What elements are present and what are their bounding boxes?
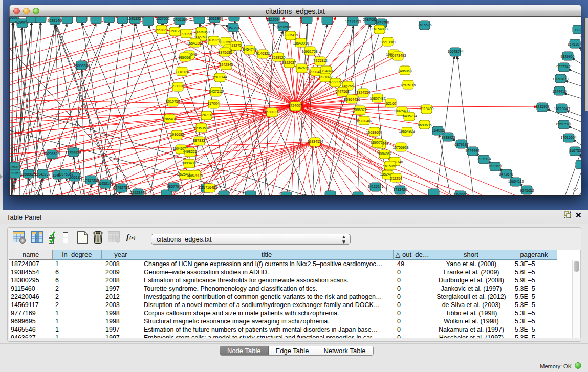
svg-text:1724007: 1724007 bbox=[288, 104, 302, 107]
svg-text:10688609: 10688609 bbox=[366, 130, 382, 134]
svg-text:62160: 62160 bbox=[386, 102, 396, 105]
svg-text:116753: 116753 bbox=[570, 149, 581, 152]
svg-text:(x): (x) bbox=[129, 235, 136, 241]
svg-text:93275: 93275 bbox=[231, 43, 242, 47]
svg-text:12942737: 12942737 bbox=[34, 172, 50, 176]
svg-text:12213369: 12213369 bbox=[170, 84, 186, 88]
svg-text:7515526: 7515526 bbox=[418, 23, 431, 27]
svg-text:1890724: 1890724 bbox=[371, 141, 384, 144]
svg-text:9146821: 9146821 bbox=[256, 52, 270, 55]
svg-text:3960124: 3960124 bbox=[167, 29, 181, 33]
svg-text:7955812: 7955812 bbox=[313, 59, 327, 62]
svg-text:17016504: 17016504 bbox=[560, 136, 576, 139]
svg-text:2903144: 2903144 bbox=[213, 75, 227, 79]
svg-text:1621072: 1621072 bbox=[318, 75, 332, 79]
svg-text:16210643: 16210643 bbox=[554, 107, 570, 111]
svg-text:8186328: 8186328 bbox=[206, 38, 220, 42]
svg-text:20206526: 20206526 bbox=[43, 152, 59, 156]
svg-text:1362615: 1362615 bbox=[295, 66, 309, 70]
svg-text:13325419: 13325419 bbox=[282, 33, 298, 37]
svg-text:12213961: 12213961 bbox=[380, 40, 396, 44]
svg-text:16961758: 16961758 bbox=[301, 50, 317, 53]
svg-text:10654112: 10654112 bbox=[508, 180, 524, 183]
svg-text:1010754: 1010754 bbox=[166, 100, 180, 103]
svg-text:435001: 435001 bbox=[10, 165, 20, 169]
svg-text:989068: 989068 bbox=[179, 56, 190, 59]
svg-text:16914479: 16914479 bbox=[187, 173, 203, 177]
svg-text:164095: 164095 bbox=[432, 128, 444, 132]
svg-text:8322037: 8322037 bbox=[282, 61, 296, 64]
svg-text:1244415: 1244415 bbox=[552, 90, 566, 93]
svg-text:18640910: 18640910 bbox=[293, 41, 309, 45]
svg-text:9474444: 9474444 bbox=[465, 149, 479, 152]
svg-text:17957253: 17957253 bbox=[83, 179, 99, 182]
svg-text:8454749: 8454749 bbox=[243, 48, 256, 51]
svg-text:117004: 117004 bbox=[208, 102, 220, 105]
svg-text:15300273: 15300273 bbox=[264, 110, 280, 114]
svg-text:11568629: 11568629 bbox=[20, 172, 36, 176]
svg-text:11958107: 11958107 bbox=[98, 182, 114, 185]
svg-text:10756928: 10756928 bbox=[393, 146, 408, 149]
svg-text:8813094: 8813094 bbox=[267, 18, 280, 21]
svg-text:6794074: 6794074 bbox=[319, 69, 333, 73]
svg-text:19654923: 19654923 bbox=[399, 129, 415, 133]
svg-text:11716485: 11716485 bbox=[202, 186, 217, 189]
svg-text:9777169: 9777169 bbox=[329, 80, 342, 84]
svg-text:891295: 891295 bbox=[180, 32, 192, 36]
svg-text:9115460: 9115460 bbox=[420, 107, 434, 111]
svg-text:6879197: 6879197 bbox=[454, 143, 468, 146]
svg-text:9245652: 9245652 bbox=[453, 193, 467, 196]
svg-text:16782759: 16782759 bbox=[113, 186, 129, 189]
svg-text:20364436: 20364436 bbox=[344, 98, 360, 101]
svg-text:14136141: 14136141 bbox=[367, 185, 383, 188]
svg-text:9245652: 9245652 bbox=[520, 189, 534, 192]
svg-text:3267110: 3267110 bbox=[200, 113, 214, 117]
svg-text:19384554: 19384554 bbox=[307, 140, 323, 143]
svg-text:6466160: 6466160 bbox=[173, 18, 187, 21]
svg-text:1615152: 1615152 bbox=[383, 164, 397, 168]
svg-text:7632621: 7632621 bbox=[488, 164, 502, 168]
svg-text:12923448: 12923448 bbox=[130, 191, 146, 194]
svg-text:20891406: 20891406 bbox=[47, 19, 63, 23]
svg-text:15692971: 15692971 bbox=[555, 122, 571, 126]
svg-text:6699695: 6699695 bbox=[418, 123, 431, 127]
svg-text:2087682: 2087682 bbox=[363, 18, 377, 21]
svg-text:6497568: 6497568 bbox=[335, 90, 349, 93]
svg-text:4498222: 4498222 bbox=[183, 150, 197, 154]
svg-text:15751074: 15751074 bbox=[567, 42, 581, 46]
svg-text:9227342: 9227342 bbox=[556, 65, 570, 69]
svg-text:3875685: 3875685 bbox=[218, 51, 232, 54]
svg-text:15720407: 15720407 bbox=[356, 119, 372, 123]
svg-text:10719155: 10719155 bbox=[345, 20, 361, 24]
svg-text:17359928: 17359928 bbox=[65, 151, 81, 155]
svg-text:9099489: 9099489 bbox=[182, 161, 195, 165]
svg-text:887833: 887833 bbox=[193, 139, 205, 142]
svg-text:3084067: 3084067 bbox=[378, 152, 391, 156]
svg-text:2935114: 2935114 bbox=[477, 157, 491, 161]
svg-text:1117: 1117 bbox=[575, 28, 581, 32]
svg-text:1733426: 1733426 bbox=[393, 188, 407, 191]
svg-text:16495794: 16495794 bbox=[401, 114, 417, 118]
svg-text:1588520: 1588520 bbox=[271, 56, 285, 59]
svg-text:8427512: 8427512 bbox=[209, 90, 223, 93]
svg-text:16033809: 16033809 bbox=[207, 17, 223, 20]
svg-text:10807487: 10807487 bbox=[369, 97, 385, 100]
svg-text:3824554: 3824554 bbox=[356, 91, 370, 94]
svg-text:9857791: 9857791 bbox=[167, 185, 181, 188]
svg-text:8938923: 8938923 bbox=[441, 136, 455, 139]
svg-text:7857224: 7857224 bbox=[226, 26, 239, 30]
svg-text:9329966: 9329966 bbox=[560, 55, 574, 58]
svg-text:7485063: 7485063 bbox=[398, 69, 411, 73]
svg-text:10853257: 10853257 bbox=[127, 17, 143, 20]
svg-text:19975867: 19975867 bbox=[57, 172, 73, 176]
svg-text:12353594: 12353594 bbox=[193, 126, 209, 130]
svg-text:252254: 252254 bbox=[390, 177, 402, 180]
svg-text:12093873: 12093873 bbox=[552, 77, 568, 81]
svg-text:19218506: 19218506 bbox=[275, 25, 291, 29]
svg-text:8471676: 8471676 bbox=[499, 172, 513, 176]
svg-text:8215958: 8215958 bbox=[535, 105, 549, 108]
svg-text:7886372: 7886372 bbox=[353, 108, 366, 112]
svg-text:16154838: 16154838 bbox=[372, 27, 387, 31]
svg-text:2718126: 2718126 bbox=[175, 70, 189, 74]
svg-text:16648794: 16648794 bbox=[447, 50, 463, 53]
